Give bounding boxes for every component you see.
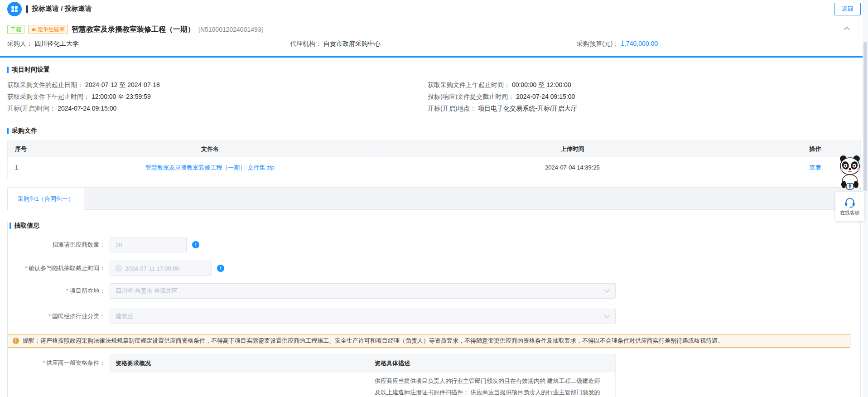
app-grid-icon[interactable] — [7, 2, 22, 16]
section-accent-bar — [10, 223, 11, 229]
info-icon[interactable]: ! — [217, 265, 224, 272]
budget-value: 1,740,000.00 — [621, 40, 658, 47]
tab-package-1[interactable]: 采购包1（合同包一） — [7, 187, 84, 210]
required-star: * — [66, 287, 68, 294]
purchaser-value: 四川轻化工大学 — [34, 40, 79, 47]
form-row-supplier-count: 拟邀请供应商数量： 20 ! — [8, 237, 860, 252]
time-value: 2024-07-24 09:15:00 — [516, 93, 575, 100]
time-label: 开标(开启)地点： — [428, 105, 476, 112]
qualification-table-body: 供应商应当提供项目负责人的行业主管部门颁发的且在有效期内的 建筑工程二级建造师 … — [110, 373, 615, 397]
industry-value: 建筑业 — [116, 312, 604, 320]
files-table-header: 序号 文件名 上传时间 操作 — [7, 141, 861, 157]
draw-deadline-input[interactable]: 2024-07-11 17:00:00 — [110, 261, 212, 276]
supplier-count-value: 20 — [116, 242, 181, 248]
time-label: 获取采购文件下午起止时间： — [7, 93, 90, 100]
form-row-industry: *国民经济行业分类： 建筑业 — [8, 309, 860, 324]
files-title-row: 采购文件 — [7, 127, 861, 135]
location-label: *项目所在地： — [8, 287, 105, 295]
qualification-overview-cell — [110, 373, 369, 397]
online-service-button[interactable]: 在线客服 — [835, 192, 864, 221]
time-row: 开标(开启)地点： 项目电子化交易系统-开标/开启大厅 — [428, 102, 577, 114]
files-section: 采购文件 序号 文件名 上传时间 操作 1 智慧教室及录播教室装修工程（一期）-… — [7, 127, 861, 178]
tab-bar: 采购包1（合同包一） — [7, 187, 861, 210]
time-label: 获取采购文件上午起止时间： — [428, 81, 510, 88]
qualification-label: *供应商一般资格条件： — [8, 354, 105, 372]
supplier-count-input[interactable]: 20 — [110, 237, 187, 252]
section-accent-bar — [7, 67, 9, 73]
time-settings-section: 项目时间设置 获取采购文件的起止日期： 2024-07-12 至 2024-07… — [7, 66, 861, 114]
time-settings-title: 项目时间设置 — [12, 66, 50, 74]
required-star: * — [48, 313, 51, 320]
description-line: 供应商应当提供项目负责人的行业主管部门颁发的且在有效期内的 建筑工程二级建造师 — [375, 375, 610, 387]
files-title: 采购文件 — [12, 127, 37, 135]
form-row-draw-deadline: *确认参与随机抽取截止时间： 2024-07-11 17:00:00 ! — [8, 261, 860, 276]
project-type-tag: 工程 — [7, 25, 24, 34]
collapse-chevron-up-icon[interactable] — [844, 26, 850, 30]
agency-cell: 代理机构： 自贡市政府采购中心 — [290, 40, 381, 48]
required-star: * — [43, 359, 45, 366]
col-header-overview: 资格要求概况 — [110, 354, 369, 373]
files-table: 序号 文件名 上传时间 操作 1 智慧教室及录播教室装修工程（一期）-文件集.z… — [7, 140, 861, 178]
chevron-down-icon — [604, 289, 610, 293]
industry-select[interactable]: 建筑业 — [110, 309, 616, 324]
procurement-method-tag: 竞争性磋商 — [28, 25, 68, 34]
form-row-location: *项目所在地： 四川省 自贡市 自流井区 — [8, 283, 860, 299]
warning-icon: ! — [13, 338, 19, 344]
location-select[interactable]: 四川省 自贡市 自流井区 — [110, 283, 616, 299]
time-label: 开标(开启)时间： — [7, 105, 56, 112]
description-line: 及以上建造师注册证书原件扫描件； 供应商应当提供项目负责人的行业主管部门颁发的 — [375, 387, 610, 397]
grid-icon — [10, 5, 19, 13]
time-value: 2024-07-24 09:15:00 — [58, 105, 116, 112]
project-title: 智慧教室及录播教室装修工程（一期） — [72, 25, 195, 34]
panda-mascot-icon[interactable] — [838, 155, 862, 176]
extract-title-row: 抽取信息 — [10, 222, 860, 230]
time-value: 00:00:00 至 12:00:00 — [512, 81, 571, 88]
qualification-table-header: 资格要求概况 资格具体描述 — [110, 354, 615, 373]
breadcrumb-accent-bar — [26, 5, 28, 13]
clock-icon — [116, 265, 122, 271]
budget-cell: 采购预算(元)： 1,740,000.00 — [577, 40, 658, 48]
headset-icon — [844, 198, 856, 208]
top-bar: 投标邀请 / 投标邀请 返回 — [0, 0, 868, 18]
required-star: * — [25, 265, 27, 271]
location-value: 四川省 自贡市 自流井区 — [116, 287, 604, 295]
time-value: 12:00:00 至 23:59:59 — [92, 93, 151, 100]
col-header-no: 序号 — [7, 141, 45, 157]
industry-label: *国民经济行业分类： — [8, 312, 105, 320]
file-row-no: 1 — [7, 157, 45, 178]
notice-text: 提醒：请严格按照政府采购法律法规规章制度规定设置供应商资格条件，不得高于项目实际… — [23, 337, 723, 345]
draw-deadline-value: 2024-07-11 17:00:00 — [125, 265, 206, 272]
qualification-row: *供应商一般资格条件： 资格要求概况 资格具体描述 供应商应当提供项目负责人的行… — [8, 354, 860, 397]
file-download-link[interactable]: 智慧教室及录播教室装修工程（一期）-文件集.zip — [145, 164, 275, 172]
time-row: 获取采购文件上午起止时间： 00:00:00 至 12:00:00 — [428, 79, 577, 91]
file-upload-time: 2024-07-04 14:39:25 — [375, 157, 770, 178]
extract-title: 抽取信息 — [14, 222, 39, 230]
project-code: [N5100012024001493] — [198, 26, 263, 33]
project-title-row: 工程 竞争性磋商 智慧教室及录播教室装修工程（一期） [N51000120240… — [7, 24, 861, 35]
info-icon[interactable]: ! — [192, 241, 199, 248]
view-file-link[interactable]: 查看 — [810, 164, 821, 172]
time-settings-title-row: 项目时间设置 — [7, 66, 861, 74]
table-row: 1 智慧教室及录播教室装修工程（一期）-文件集.zip 2024-07-04 1… — [7, 157, 861, 178]
time-value: 项目电子化交易系统-开标/开启大厅 — [478, 105, 577, 112]
time-column-right: 获取采购文件上午起止时间： 00:00:00 至 12:00:00 投标(响应)… — [428, 79, 577, 114]
back-button[interactable]: 返回 — [834, 3, 861, 15]
project-meta-row: 采购人： 四川轻化工大学 代理机构： 自贡市政府采购中心 采购预算(元)： 1,… — [7, 40, 861, 51]
customer-service-widget: 在线客服 — [835, 155, 864, 221]
procurement-method-label: 竞争性磋商 — [38, 25, 65, 34]
megaphone-icon — [31, 27, 36, 32]
notice-bar: ! 提醒：请严格按照政府采购法律法规规章制度规定设置供应商资格条件，不得高于项目… — [8, 334, 850, 348]
col-header-description: 资格具体描述 — [369, 354, 410, 373]
project-summary-card: 工程 竞争性磋商 智慧教室及录播教室装修工程（一期） [N51000120240… — [0, 18, 868, 58]
supplier-count-label: 拟邀请供应商数量： — [8, 241, 105, 249]
qualification-table: 资格要求概况 资格具体描述 供应商应当提供项目负责人的行业主管部门颁发的且在有效… — [110, 354, 616, 397]
time-label: 获取采购文件的起止日期： — [7, 81, 83, 88]
time-row: 投标(响应)文件提交截止时间： 2024-07-24 09:15:00 — [428, 91, 577, 102]
agency-value: 自贡市政府采购中心 — [323, 40, 381, 47]
agency-label: 代理机构： — [290, 40, 322, 47]
budget-label: 采购预算(元)： — [577, 40, 619, 47]
panda-body-icon[interactable] — [840, 174, 860, 191]
time-label: 投标(响应)文件提交截止时间： — [428, 93, 514, 100]
draw-deadline-label: *确认参与随机抽取截止时间： — [8, 264, 105, 272]
chevron-down-icon — [604, 315, 610, 318]
